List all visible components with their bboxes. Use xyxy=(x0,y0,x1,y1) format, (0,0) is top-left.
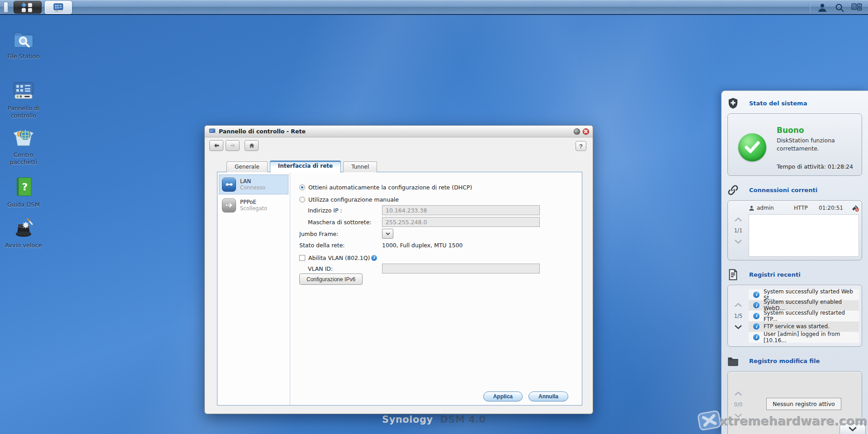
interface-list: LAN Connesso PPPoE Scollegato xyxy=(217,172,290,405)
interface-name: LAN xyxy=(240,178,265,184)
status-description: DiskStation funziona correttamente. xyxy=(777,137,854,153)
chevron-up-icon[interactable] xyxy=(735,392,742,396)
recent-logs-panel: 1/5 iSystem successfully started Web St.… xyxy=(727,285,862,347)
system-widget-sidebar: Stato del sistema Buono DiskStation funz… xyxy=(721,90,868,434)
info-icon[interactable]: i xyxy=(371,255,377,261)
tab-bar: Generale Interfaccia di rete Tunnel xyxy=(226,160,379,172)
search-icon[interactable] xyxy=(834,2,845,14)
log-message: FTP service was started. xyxy=(764,323,830,330)
tab-generale[interactable]: Generale xyxy=(226,161,268,172)
arrow-left-icon xyxy=(213,142,220,149)
forward-button[interactable] xyxy=(226,140,240,151)
package-center-icon xyxy=(12,126,35,148)
desktop-icon-package-center[interactable]: Centro pacchetti xyxy=(0,126,47,166)
pager-count: 1/5 xyxy=(734,313,743,319)
arrow-right-icon xyxy=(229,142,236,149)
minimize-button[interactable] xyxy=(574,128,580,135)
log-rows: iSystem successfully started Web St... i… xyxy=(749,289,859,343)
desktop-icon-control-panel[interactable]: Pannello di controllo xyxy=(0,79,47,120)
chevron-up-icon[interactable] xyxy=(735,217,742,222)
tab-interfaccia-di-rete[interactable]: Interfaccia di rete xyxy=(270,160,341,173)
ipv6-config-button[interactable]: Configurazione IPv6 xyxy=(299,274,363,285)
vlan-checkbox[interactable] xyxy=(299,255,305,261)
cancel-button[interactable]: Annulla xyxy=(528,392,568,401)
file-log-pager: 0/0 xyxy=(728,372,749,434)
user-icon[interactable] xyxy=(816,2,828,14)
file-station-icon xyxy=(12,27,35,50)
uptime-text: Tempo di attività: 01:28:24 xyxy=(777,163,853,170)
control-panel-icon xyxy=(12,79,35,102)
quick-start-icon xyxy=(12,216,35,239)
log-row[interactable]: iSystem successfully enabled WebD... xyxy=(749,300,859,311)
taskbar-right-area xyxy=(810,0,868,15)
desktop-icon-file-station[interactable]: File Station xyxy=(0,27,47,60)
desktop-icon-quick-start[interactable]: Avvio veloce xyxy=(0,216,47,249)
section-title: Stato del sistema xyxy=(749,100,807,107)
desktop-icon-dsm-help[interactable]: ? Guida DSM xyxy=(0,175,47,208)
close-button[interactable] xyxy=(583,128,589,135)
widget-collapse-button[interactable] xyxy=(840,424,866,434)
back-button[interactable] xyxy=(209,140,223,151)
pppoe-icon xyxy=(222,198,236,212)
disconnect-user-icon[interactable] xyxy=(851,205,859,212)
dhcp-radio[interactable] xyxy=(299,184,305,190)
log-row[interactable]: iUser [admin] logged in from [10.16... xyxy=(749,332,859,343)
interface-status: Scollegato xyxy=(240,205,267,212)
pilot-view-icon[interactable] xyxy=(851,2,863,14)
status-value: Buono xyxy=(777,126,804,135)
file-change-log-header: Registro modifica file xyxy=(722,349,868,370)
interface-pppoe[interactable]: PPPoE Scollegato xyxy=(219,195,288,215)
section-title: Registri recenti xyxy=(749,271,801,278)
log-row[interactable]: iSystem successfully started Web St... xyxy=(749,289,859,300)
shield-icon xyxy=(727,97,739,109)
network-status-label: Stato della rete: xyxy=(299,242,382,249)
help-button[interactable]: ? xyxy=(576,141,586,151)
close-icon xyxy=(584,130,588,133)
apply-button[interactable]: Applica xyxy=(483,392,523,401)
interface-status: Connesso xyxy=(240,184,265,191)
user-icon xyxy=(749,205,755,211)
tab-tunnel[interactable]: Tunnel xyxy=(343,161,377,172)
chevron-down-icon[interactable] xyxy=(735,414,742,418)
log-row[interactable]: iSystem successfully restarted FTP... xyxy=(749,311,859,321)
log-message: System successfully restarted FTP... xyxy=(764,310,859,322)
info-icon: i xyxy=(753,313,760,319)
dhcp-radio-label: Ottieni automaticamente la configurazion… xyxy=(308,184,472,191)
recent-logs-header: Registri recenti xyxy=(722,262,868,284)
connection-protocol: HTTP xyxy=(794,205,819,211)
chevron-down-icon[interactable] xyxy=(735,240,742,244)
network-interface-panel: LAN Connesso PPPoE Scollegato Ottieni au… xyxy=(217,172,582,406)
svg-text:?: ? xyxy=(22,181,28,193)
subnet-mask-field: 255.255.248.0 xyxy=(382,217,540,227)
taskbar xyxy=(0,0,868,15)
jumbo-frame-label: Jumbo Frame: xyxy=(299,231,382,237)
home-button[interactable] xyxy=(245,140,259,151)
log-row[interactable]: iFTP service was started. xyxy=(749,321,859,332)
system-status-header: Stato del sistema xyxy=(722,91,868,113)
panel-actions: Applica Annulla xyxy=(483,392,568,401)
jumbo-frame-select[interactable] xyxy=(382,229,393,239)
main-menu-button[interactable] xyxy=(14,1,42,14)
taskbar-app-control-panel[interactable] xyxy=(45,1,72,14)
vlan-checkbox-label: Abilita VLAN (802.1Q) xyxy=(308,255,370,261)
window-titlebar[interactable]: Pannello di controllo - Rete xyxy=(205,126,593,137)
connections-pager: 1/1 xyxy=(728,201,749,260)
synology-brand-text: Synology xyxy=(382,414,433,425)
main-menu-grid-icon xyxy=(22,3,33,11)
lan-icon xyxy=(222,178,236,192)
log-message: User [admin] logged in from [10.16... xyxy=(764,331,859,344)
pager-count: 1/1 xyxy=(734,227,743,234)
chevron-up-icon[interactable] xyxy=(735,303,742,307)
interface-text: PPPoE Scollegato xyxy=(240,199,267,212)
show-desktop-button[interactable] xyxy=(4,2,8,13)
info-icon: i xyxy=(753,323,760,330)
window-title: Pannello di controllo - Rete xyxy=(219,128,571,135)
interface-lan[interactable]: LAN Connesso xyxy=(219,175,288,194)
wallpaper-logo: Synology DSM 4.0 xyxy=(382,414,486,425)
desktop-icon-label: Centro pacchetti xyxy=(0,151,47,166)
chevron-down-icon[interactable] xyxy=(735,325,742,329)
manual-config-radio[interactable] xyxy=(299,197,305,203)
control-panel-window: Pannello di controllo - Rete ? Generale … xyxy=(204,125,593,414)
chevron-down-icon xyxy=(386,232,390,236)
connection-duration: 01:20:51 xyxy=(819,205,851,211)
